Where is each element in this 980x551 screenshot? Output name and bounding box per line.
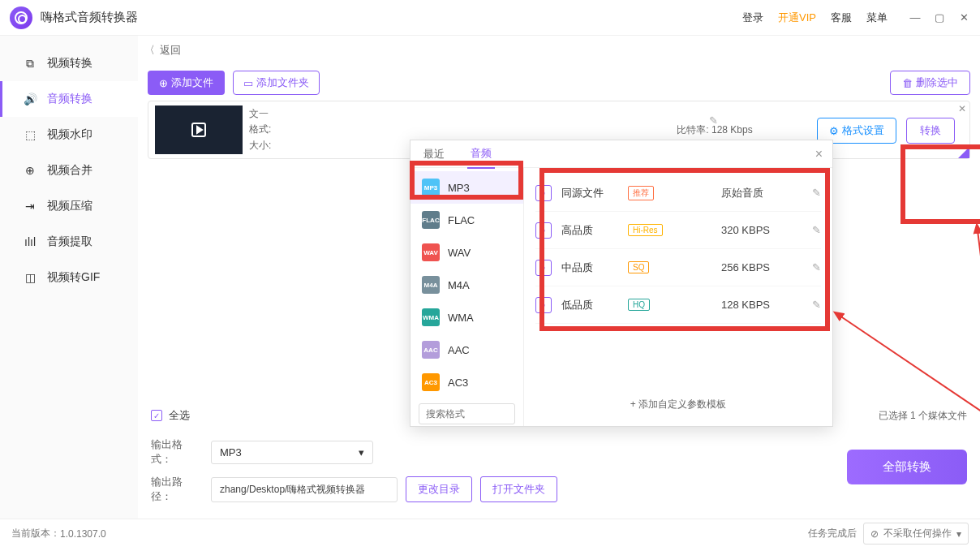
output-format-select[interactable]: MP3 ▾ — [211, 441, 373, 464]
quality-list: ♪ 同源文件 推荐 原始音质 ✎ ♪ 高品质 Hi-Res 320 KBPS ✎ — [524, 168, 832, 426]
compress-icon: ⇥ — [23, 199, 37, 213]
add-file-button[interactable]: ⊕ 添加文件 — [148, 71, 225, 95]
app-logo-icon — [10, 6, 32, 29]
sidebar-item-compress[interactable]: ⇥ 视频压缩 — [0, 188, 138, 224]
add-folder-button[interactable]: ▭ 添加文件夹 — [233, 71, 320, 95]
chevron-down-icon: ▾ — [359, 446, 364, 458]
after-task-select[interactable]: ⊘ 不采取任何操作 ▾ — [863, 523, 969, 545]
svg-marker-1 — [197, 127, 202, 133]
minimize-icon[interactable]: — — [909, 11, 922, 24]
version-value: 1.0.1307.0 — [60, 528, 106, 540]
toolbar: ⊕ 添加文件 ▭ 添加文件夹 🗑 删除选中 — [138, 65, 980, 101]
badge-sq: SQ — [628, 261, 649, 273]
badge-hq: HQ — [628, 299, 650, 311]
back-label: 返回 — [160, 43, 181, 58]
sidebar-item-label: 音频转换 — [47, 92, 92, 106]
convert-row-button[interactable]: 转换 — [906, 118, 955, 144]
sidebar-item-merge[interactable]: ⊕ 视频合并 — [0, 153, 138, 188]
open-folder-button[interactable]: 打开文件夹 — [480, 476, 557, 502]
edit-icon[interactable]: ✎ — [812, 187, 821, 199]
after-task-label: 任务完成后 — [808, 527, 857, 540]
format-list: MP3 MP3 FLAC FLAC WAV WAV M4A M4A — [410, 168, 524, 426]
no-action-icon: ⊘ — [870, 528, 879, 540]
delete-selected-button[interactable]: 🗑 删除选中 — [890, 71, 970, 95]
wav-icon: WAV — [422, 243, 440, 261]
sidebar-item-extract[interactable]: ılıl 音频提取 — [0, 224, 138, 260]
plus-icon: ⊕ — [159, 77, 168, 89]
convert-all-button[interactable]: 全部转换 — [847, 450, 967, 484]
add-template-button[interactable]: + 添加自定义参数模板 — [535, 390, 821, 420]
gear-icon: ⚙ — [829, 125, 839, 137]
sidebar-item-watermark[interactable]: ⬚ 视频水印 — [0, 117, 138, 153]
quality-row-high[interactable]: ♪ 高品质 Hi-Res 320 KBPS ✎ — [535, 212, 821, 249]
flac-icon: FLAC — [422, 211, 440, 229]
merge-icon: ⊕ — [23, 163, 37, 178]
mp3-icon: MP3 — [422, 179, 440, 196]
ac3-icon: AC3 — [422, 373, 440, 391]
extract-icon: ılıl — [23, 235, 37, 249]
aac-icon: AAC — [422, 341, 440, 359]
edit-icon[interactable]: ✎ — [812, 299, 821, 311]
selected-count: 已选择 1 个媒体文件 — [879, 409, 967, 423]
change-dir-button[interactable]: 更改目录 — [406, 476, 472, 502]
gif-icon: ◫ — [23, 270, 37, 285]
output-path-field[interactable]: zhang/Desktop/嗨格式视频转换器 — [211, 477, 398, 502]
format-popup: 最近 音频 × MP3 MP3 FLAC FLAC WAV WAV — [410, 140, 833, 427]
popup-close-icon[interactable]: × — [815, 147, 823, 161]
format-item-aac[interactable]: AAC AAC — [410, 334, 523, 366]
format-item-mp3[interactable]: MP3 MP3 — [410, 171, 523, 204]
tab-audio[interactable]: 音频 — [467, 140, 495, 169]
format-item-wma[interactable]: WMA WMA — [410, 301, 523, 334]
quality-row-medium[interactable]: ♪ 中品质 SQ 256 KBPS ✎ — [535, 249, 821, 286]
sidebar-item-audio-convert[interactable]: 🔊 音频转换 — [0, 81, 138, 117]
sidebar-item-label: 音频提取 — [47, 235, 92, 249]
status-bar: 当前版本： 1.0.1307.0 任务完成后 ⊘ 不采取任何操作 ▾ — [0, 519, 980, 548]
chevron-down-icon: ▾ — [956, 528, 961, 540]
search-format-input[interactable] — [419, 403, 515, 424]
sidebar-item-label: 视频压缩 — [47, 199, 92, 213]
video-convert-icon: ⧉ — [23, 56, 37, 71]
format-item-ac3[interactable]: AC3 AC3 — [410, 366, 523, 398]
maximize-icon[interactable]: ▢ — [933, 11, 946, 24]
select-all-checkbox[interactable]: ✓ — [151, 410, 162, 421]
edit-icon[interactable]: ✎ — [812, 224, 821, 236]
file-thumbnail — [155, 105, 243, 154]
vip-link[interactable]: 开通VIP — [778, 11, 816, 25]
sidebar-item-gif[interactable]: ◫ 视频转GIF — [0, 260, 138, 295]
service-link[interactable]: 客服 — [831, 11, 852, 25]
version-label: 当前版本： — [11, 527, 60, 540]
sidebar-item-label: 视频水印 — [47, 127, 92, 142]
sidebar-item-video-convert[interactable]: ⧉ 视频转换 — [0, 45, 138, 81]
checkmark-corner-icon — [958, 147, 969, 158]
m4a-icon: M4A — [422, 276, 440, 294]
remove-file-icon[interactable]: ✕ — [958, 103, 966, 114]
format-item-m4a[interactable]: M4A M4A — [410, 269, 523, 301]
menu-link[interactable]: 菜单 — [866, 11, 888, 25]
login-link[interactable]: 登录 — [742, 11, 763, 25]
file-metadata: 文一 格式: 大小: — [249, 106, 271, 153]
sidebar-item-label: 视频转GIF — [47, 270, 100, 285]
format-item-wav[interactable]: WAV WAV — [410, 236, 523, 269]
output-format-label: 输出格式： — [151, 437, 203, 467]
quality-row-low[interactable]: ♪ 低品质 HQ 128 KBPS ✎ — [535, 286, 821, 324]
wma-icon: WMA — [422, 308, 440, 326]
titlebar: 嗨格式音频转换器 登录 开通VIP 客服 菜单 — ▢ ✕ — [0, 0, 980, 36]
close-icon[interactable]: ✕ — [957, 11, 970, 24]
trash-icon: 🗑 — [902, 77, 913, 89]
edit-icon[interactable]: ✎ — [709, 114, 718, 127]
back-button[interactable]: 〈 返回 — [138, 36, 980, 65]
sidebar-item-label: 视频转换 — [47, 56, 92, 71]
tab-recent[interactable]: 最近 — [420, 140, 448, 168]
select-all-label: 全选 — [169, 408, 190, 423]
folder-icon: ▭ — [243, 77, 253, 89]
music-icon: ♪ — [535, 260, 552, 276]
sidebar: ⧉ 视频转换 🔊 音频转换 ⬚ 视频水印 ⊕ 视频合并 ⇥ 视频压缩 ılıl … — [0, 36, 138, 519]
format-item-flac[interactable]: FLAC FLAC — [410, 204, 523, 236]
quality-row-source[interactable]: ♪ 同源文件 推荐 原始音质 ✎ — [535, 174, 821, 212]
edit-icon[interactable]: ✎ — [812, 261, 821, 273]
app-title: 嗨格式音频转换器 — [41, 10, 138, 25]
music-icon: ♪ — [535, 297, 552, 313]
watermark-icon: ⬚ — [23, 127, 37, 142]
audio-convert-icon: 🔊 — [23, 92, 37, 106]
main-panel: 〈 返回 ⊕ 添加文件 ▭ 添加文件夹 🗑 删除选中 — [138, 36, 980, 519]
